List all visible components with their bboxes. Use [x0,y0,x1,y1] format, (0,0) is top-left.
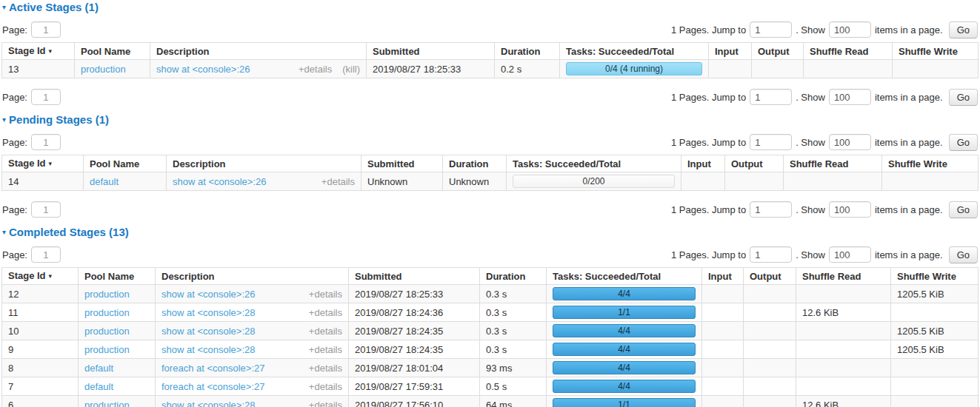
tasks-progress-label: 0/200 [582,176,604,186]
column-header-input[interactable]: Input [709,43,752,60]
page-size-input[interactable] [829,89,871,105]
details-toggle[interactable]: +details [309,400,342,407]
jump-to-page-input[interactable] [750,201,792,218]
column-header-shuffle-write[interactable]: Shuffle Write [893,43,979,60]
page-number-input[interactable] [31,201,61,218]
stage-description-link[interactable]: show at <console>:26 [173,176,266,187]
jump-to-page-input[interactable] [750,246,792,263]
go-button[interactable]: Go [949,89,978,106]
column-header-stage-id[interactable]: Stage Id▾ [2,155,84,172]
page-number-input[interactable] [31,246,61,263]
column-header-description[interactable]: Description [150,43,367,60]
column-header-label: Tasks: Succeeded/Total [553,271,661,282]
page-size-input[interactable] [829,201,871,218]
tasks-progress-cell: 1/1 [547,396,702,407]
section-heading-pending[interactable]: ▾Pending Stages (1) [2,114,979,126]
details-toggle[interactable]: +details [299,64,332,75]
duration-cell: 0.5 s [480,377,547,396]
section-heading-active[interactable]: ▾Active Stages (1) [2,1,979,13]
shuffle-read-cell: 12.6 KiB [796,396,891,407]
column-header-stage-id[interactable]: Stage Id▾ [2,43,75,60]
stage-description-link[interactable]: show at <console>:28 [161,307,255,318]
column-header-tasks-succeeded-total[interactable]: Tasks: Succeeded/Total [547,268,702,285]
details-toggle[interactable]: +details [309,344,342,355]
pool-name-link[interactable]: default [90,176,119,187]
submitted-cell: 2019/08/27 18:01:04 [349,359,480,377]
page-right-group: 1 Pages. Jump to. Showitems in a page.Go [671,201,978,218]
page-size-input[interactable] [829,246,871,263]
column-header-shuffle-write[interactable]: Shuffle Write [882,155,979,172]
column-header-label: Shuffle Write [899,46,958,57]
column-header-tasks-succeeded-total[interactable]: Tasks: Succeeded/Total [507,155,681,172]
pool-name-link[interactable]: default [84,363,113,374]
column-header-description[interactable]: Description [156,268,349,285]
jump-to-page-input[interactable] [750,21,792,38]
details-toggle[interactable]: +details [309,363,342,374]
column-header-shuffle-read[interactable]: Shuffle Read [796,268,891,285]
page-number-input[interactable] [31,134,61,150]
column-header-submitted[interactable]: Submitted [367,43,495,60]
tasks-progress-label: 4/4 [618,344,630,354]
go-button[interactable]: Go [949,134,978,151]
pool-name-link[interactable]: production [84,344,130,355]
column-header-duration[interactable]: Duration [495,43,560,60]
pool-name-link[interactable]: production [84,400,130,407]
details-toggle[interactable]: +details [321,176,355,187]
column-header-description[interactable]: Description [167,155,361,172]
stage-description-link[interactable]: foreach at <console>:27 [161,363,265,374]
column-header-pool-name[interactable]: Pool Name [75,43,150,60]
stage-description-link[interactable]: foreach at <console>:27 [161,381,265,392]
kill-link[interactable]: (kill) [342,64,360,75]
column-header-pool-name[interactable]: Pool Name [84,155,167,172]
column-header-submitted[interactable]: Submitted [361,155,443,172]
column-header-shuffle-write[interactable]: Shuffle Write [891,268,979,285]
pool-name-link[interactable]: production [84,307,130,318]
jump-to-page-input[interactable] [750,89,792,105]
stage-description-link[interactable]: show at <console>:28 [161,326,255,337]
pool-name-link[interactable]: production [84,289,130,300]
column-header-input[interactable]: Input [681,155,725,172]
column-header-input[interactable]: Input [702,268,744,285]
pool-name-link[interactable]: production [84,326,130,337]
column-header-label: Description [156,46,210,57]
stage-description-link[interactable]: show at <console>:28 [161,400,255,407]
column-header-duration[interactable]: Duration [480,268,547,285]
pool-name-link[interactable]: production [81,64,126,75]
column-header-shuffle-read[interactable]: Shuffle Read [804,43,893,60]
description-cell: show at <console>:28+details [156,396,349,407]
page-label: Page: [2,92,27,103]
column-header-shuffle-read[interactable]: Shuffle Read [784,155,882,172]
pool-name-link[interactable]: default [84,381,113,392]
page-right-group: 1 Pages. Jump to. Showitems in a page.Go [671,89,978,106]
items-text: items in a page. [875,137,943,148]
details-toggle[interactable]: +details [309,326,342,337]
go-button[interactable]: Go [949,201,978,218]
column-header-stage-id[interactable]: Stage Id▾ [2,268,79,285]
details-toggle[interactable]: +details [309,307,342,318]
page-size-input[interactable] [829,21,871,38]
column-header-pool-name[interactable]: Pool Name [79,268,156,285]
page-number-input[interactable] [31,21,61,38]
section-heading-completed[interactable]: ▾Completed Stages (13) [2,226,979,238]
jump-to-page-input[interactable] [750,134,792,150]
column-header-output[interactable]: Output [725,155,784,172]
column-header-output[interactable]: Output [744,268,796,285]
pool-name-cell: production [79,322,156,340]
details-toggle[interactable]: +details [309,381,342,392]
stage-description-link[interactable]: show at <console>:26 [156,64,250,75]
description-cell: show at <console>:28+details [156,340,349,359]
page-number-input[interactable] [31,89,61,105]
column-header-tasks-succeeded-total[interactable]: Tasks: Succeeded/Total [560,43,709,60]
stage-description-link[interactable]: show at <console>:26 [161,289,255,300]
column-header-output[interactable]: Output [752,43,804,60]
column-header-submitted[interactable]: Submitted [349,268,480,285]
go-button[interactable]: Go [949,246,978,263]
page-size-input[interactable] [829,134,871,150]
column-header-duration[interactable]: Duration [443,155,507,172]
go-button[interactable]: Go [949,21,978,38]
description-actions: +details [309,381,342,392]
shuffle-write-cell [882,172,979,191]
details-toggle[interactable]: +details [309,289,342,300]
stage-description-link[interactable]: show at <console>:28 [161,344,255,355]
shuffle-write-cell [891,377,979,396]
